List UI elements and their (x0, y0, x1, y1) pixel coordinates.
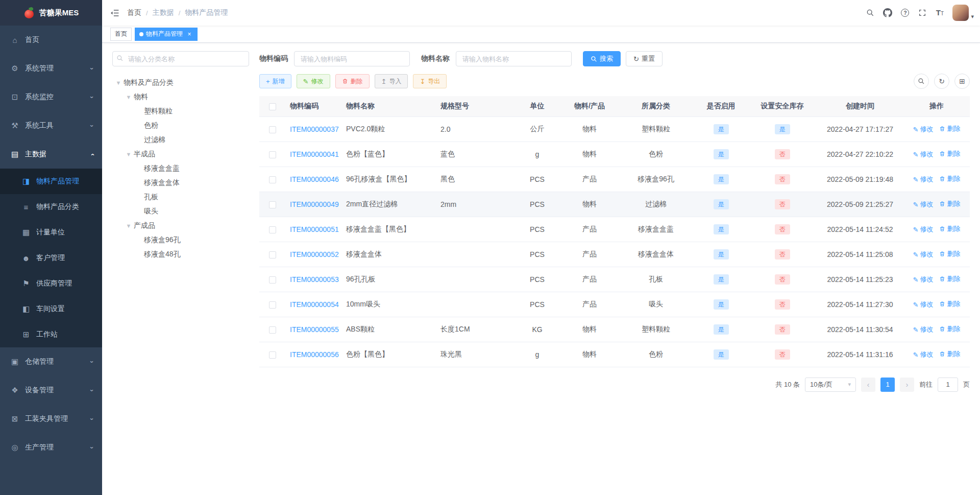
columns-button[interactable]: ⊞ (954, 74, 970, 89)
sidebar-item-8[interactable]: ◎生产管理› (0, 433, 102, 462)
fullscreen-icon[interactable] (914, 0, 931, 26)
row-checkbox[interactable] (269, 251, 276, 258)
sidebar-item-2[interactable]: ⊡系统监控› (0, 83, 102, 111)
row-edit-button[interactable]: ✎修改 (913, 300, 934, 309)
caret-down-icon[interactable]: ▼ (125, 94, 133, 100)
row-edit-button[interactable]: ✎修改 (913, 225, 934, 234)
next-page-button[interactable]: › (900, 378, 914, 392)
category-search-input[interactable] (112, 51, 249, 66)
tree-node[interactable]: ▼物料 (112, 90, 249, 104)
row-checkbox[interactable] (269, 201, 276, 208)
page-number-1[interactable]: 1 (880, 378, 895, 392)
row-delete-button[interactable]: 删除 (939, 299, 960, 309)
row-checkbox[interactable] (269, 301, 276, 309)
material-code-input[interactable] (294, 51, 410, 66)
caret-down-icon[interactable]: ▼ (125, 223, 133, 229)
material-code-link[interactable]: ITEM00000041 (290, 150, 339, 158)
sidebar-subitem-1[interactable]: ≡物料产品分类 (0, 194, 102, 220)
row-edit-button[interactable]: ✎修改 (913, 200, 934, 209)
row-edit-button[interactable]: ✎修改 (913, 125, 934, 134)
row-delete-button[interactable]: 删除 (939, 124, 960, 133)
row-edit-button[interactable]: ✎修改 (913, 250, 934, 259)
tree-node[interactable]: ▼半成品 (112, 147, 249, 161)
caret-down-icon[interactable]: ▼ (114, 80, 122, 86)
search-icon[interactable] (862, 0, 879, 26)
reset-button[interactable]: ↻ 重置 (626, 51, 663, 66)
row-checkbox[interactable] (269, 226, 276, 233)
row-edit-button[interactable]: ✎修改 (913, 175, 934, 184)
material-code-link[interactable]: ITEM00000049 (290, 200, 339, 208)
row-delete-button[interactable]: 删除 (939, 149, 960, 158)
row-edit-button[interactable]: ✎修改 (913, 350, 934, 359)
material-code-link[interactable]: ITEM00000056 (290, 350, 339, 359)
font-size-icon[interactable]: TT (931, 0, 948, 26)
row-checkbox[interactable] (269, 126, 276, 133)
delete-button[interactable]: 删除 (335, 74, 370, 88)
tree-node[interactable]: 孔板 (112, 190, 249, 204)
row-delete-button[interactable]: 删除 (939, 274, 960, 284)
row-delete-button[interactable]: 删除 (939, 199, 960, 208)
row-edit-button[interactable]: ✎修改 (913, 275, 934, 284)
avatar[interactable] (952, 5, 969, 21)
row-edit-button[interactable]: ✎修改 (913, 150, 934, 159)
tree-node[interactable]: 移液盒96孔 (112, 233, 249, 247)
app-logo[interactable]: 苦糖果MES (0, 0, 102, 26)
material-code-link[interactable]: ITEM00000051 (290, 225, 339, 233)
sidebar-item-6[interactable]: ❖设备管理› (0, 376, 102, 405)
breadcrumb-item-0[interactable]: 首页 (127, 8, 141, 17)
sidebar-toggle-button[interactable] (102, 0, 127, 26)
caret-down-icon[interactable]: ▼ (125, 151, 133, 157)
edit-button[interactable]: ✎ 修改 (297, 74, 330, 88)
search-toggle-button[interactable] (914, 74, 929, 89)
row-delete-button[interactable]: 删除 (939, 224, 960, 233)
help-icon[interactable]: ? (896, 0, 914, 26)
tree-node[interactable]: 移液盒盒盖 (112, 161, 249, 176)
row-checkbox[interactable] (269, 351, 276, 359)
row-checkbox[interactable] (269, 176, 276, 183)
sidebar-item-0[interactable]: ⌂首页 (0, 26, 102, 54)
sidebar-item-7[interactable]: ⊠工装夹具管理› (0, 405, 102, 433)
page-size-select[interactable]: 10条/页 ▾ (805, 378, 856, 392)
tree-node[interactable]: 吸头 (112, 204, 249, 219)
material-code-link[interactable]: ITEM00000053 (290, 275, 339, 284)
tree-node[interactable]: ▼产成品 (112, 219, 249, 233)
add-button[interactable]: + 新增 (259, 74, 291, 88)
tree-node[interactable]: ▼物料及产品分类 (112, 76, 249, 90)
sidebar-subitem-3[interactable]: ☻客户管理 (0, 245, 102, 271)
sidebar-item-3[interactable]: ⚒系统工具› (0, 111, 102, 140)
goto-page-input[interactable] (938, 378, 958, 392)
material-code-link[interactable]: ITEM00000055 (290, 325, 339, 334)
sidebar-item-5[interactable]: ▣仓储管理› (0, 347, 102, 376)
material-code-link[interactable]: ITEM00000046 (290, 175, 339, 183)
row-delete-button[interactable]: 删除 (939, 324, 960, 334)
tab-0[interactable]: 首页 (110, 28, 132, 41)
import-button[interactable]: ↥ 导入 (375, 74, 408, 88)
sidebar-subitem-0[interactable]: ◨物料产品管理 (0, 169, 102, 194)
tree-node[interactable]: 移液盒盒体 (112, 176, 249, 190)
sidebar-subitem-4[interactable]: ⚑供应商管理 (0, 271, 102, 296)
select-all-checkbox[interactable] (269, 103, 276, 110)
material-code-link[interactable]: ITEM00000037 (290, 125, 339, 133)
tree-node[interactable]: 色粉 (112, 119, 249, 133)
row-delete-button[interactable]: 删除 (939, 249, 960, 258)
row-checkbox[interactable] (269, 151, 276, 158)
material-code-link[interactable]: ITEM00000054 (290, 300, 339, 309)
sidebar-subitem-2[interactable]: ▦计量单位 (0, 220, 102, 245)
tree-node[interactable]: 过滤棉 (112, 133, 249, 147)
search-button[interactable]: 搜索 (583, 51, 621, 66)
row-checkbox[interactable] (269, 276, 276, 284)
refresh-button[interactable]: ↻ (934, 74, 949, 89)
caret-down-icon[interactable]: ▾ (971, 13, 974, 20)
sidebar-item-1[interactable]: ⚙系统管理› (0, 54, 102, 83)
row-delete-button[interactable]: 删除 (939, 174, 960, 183)
row-edit-button[interactable]: ✎修改 (913, 325, 934, 334)
sidebar-item-4[interactable]: ▤主数据› (0, 140, 102, 169)
github-icon[interactable] (879, 0, 896, 26)
sidebar-subitem-5[interactable]: ◧车间设置 (0, 296, 102, 322)
prev-page-button[interactable]: ‹ (861, 378, 875, 392)
sidebar-subitem-6[interactable]: ⊞工作站 (0, 322, 102, 347)
material-name-input[interactable] (456, 51, 572, 66)
export-button[interactable]: ↧ 导出 (413, 74, 447, 88)
tab-1[interactable]: 物料产品管理× (135, 28, 198, 41)
row-checkbox[interactable] (269, 326, 276, 334)
